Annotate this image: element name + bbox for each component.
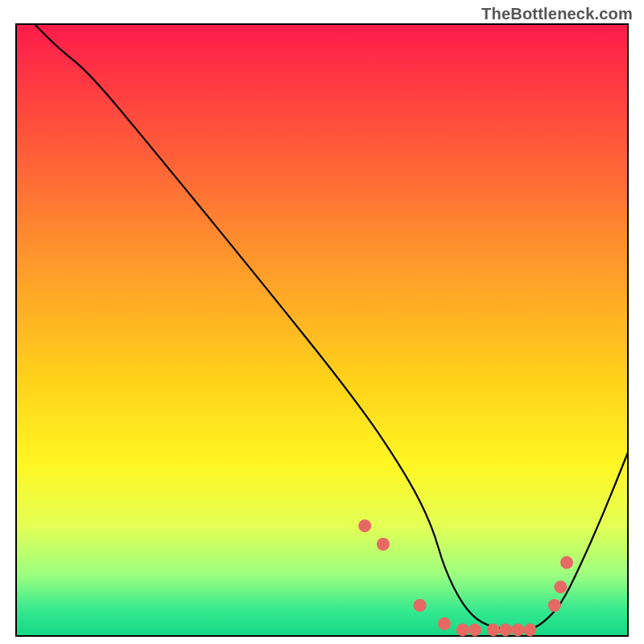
bottleneck-chart: TheBottleneck.com: [0, 0, 644, 644]
plot-background: [16, 24, 628, 636]
marker-point: [554, 580, 567, 593]
marker-point: [560, 556, 573, 569]
chart-canvas: [0, 0, 644, 644]
marker-point: [377, 538, 390, 551]
marker-point: [456, 623, 469, 636]
marker-point: [438, 617, 451, 630]
marker-point: [523, 623, 536, 636]
marker-point: [414, 599, 427, 612]
marker-point: [511, 623, 524, 636]
marker-point: [499, 623, 512, 636]
marker-point: [548, 599, 561, 612]
attribution-label: TheBottleneck.com: [481, 5, 633, 23]
marker-point: [358, 519, 371, 532]
marker-point: [469, 623, 481, 636]
marker-point: [487, 623, 500, 636]
